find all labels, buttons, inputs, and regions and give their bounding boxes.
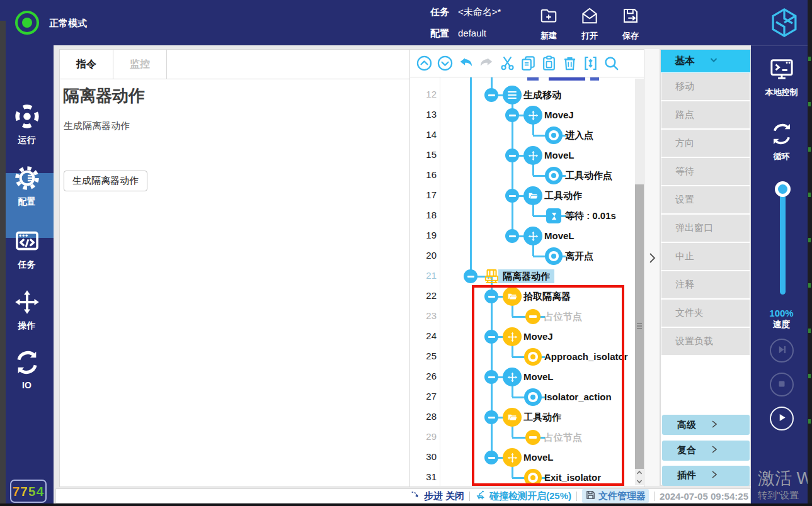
tree-node-label[interactable]: 离开点	[565, 249, 593, 263]
palette-group-3[interactable]: 插件	[662, 466, 750, 486]
palette-item-6[interactable]: 弹出窗口	[661, 215, 750, 242]
sidebar-item-task[interactable]: 任务	[0, 227, 54, 271]
screen-edge-right	[808, 0, 812, 506]
new-task-label: 新建	[529, 30, 569, 42]
tree-node-label[interactable]: 工具动作	[544, 189, 582, 203]
open-task-button[interactable]: 打开	[569, 6, 610, 42]
sidebar-item-label: 操作	[0, 320, 54, 332]
chevron-right-icon	[711, 444, 744, 456]
tab-instruction[interactable]: 指令	[60, 50, 113, 79]
copy-icon[interactable]	[520, 55, 537, 72]
code-window-icon	[13, 247, 42, 257]
clipped-row-fragment	[486, 77, 599, 81]
scrollbar-thumb[interactable]	[635, 184, 644, 469]
step-icon	[410, 490, 421, 503]
tree-row-13[interactable]: 13MoveJ	[410, 105, 634, 125]
tree-row-16[interactable]: 16工具动作点	[410, 166, 634, 186]
collapse-icon[interactable]	[582, 55, 599, 72]
system-timestamp: 2024-07-05 09:54:25	[660, 491, 748, 502]
tree-row-12[interactable]: 12生成移动	[410, 85, 634, 105]
search-icon[interactable]	[603, 55, 620, 72]
cut-icon[interactable]	[499, 55, 516, 72]
expand-panel-icon[interactable]	[648, 252, 656, 267]
palette-item-8[interactable]: 注释	[661, 271, 750, 298]
palette-header-basic[interactable]: 基本	[661, 50, 750, 72]
collapse-node-icon[interactable]	[505, 108, 519, 122]
sidebar-item-run[interactable]: 运行	[0, 102, 54, 146]
speed-value: 100%	[751, 308, 812, 318]
speed-label: 速度	[751, 319, 812, 330]
save-task-button[interactable]: 保存	[610, 6, 651, 42]
tree-node-label[interactable]: 隔离器动作	[498, 269, 554, 283]
palette-item-4[interactable]: 等待	[661, 158, 750, 185]
paste-icon[interactable]	[540, 55, 558, 72]
scroll-down-icon[interactable]	[636, 476, 643, 484]
new-task-button[interactable]: 新建	[529, 6, 569, 42]
mode-label: 正常模式	[49, 18, 87, 30]
palette-item-10[interactable]: 设置负载	[661, 328, 750, 355]
redo-icon[interactable]	[478, 55, 495, 72]
tree-scrollbar[interactable]	[635, 79, 644, 485]
local-control-button[interactable]: 本地控制	[751, 55, 812, 98]
loop-button[interactable]: 循环	[751, 121, 812, 162]
generate-isolator-action-button[interactable]: 生成隔离器动作	[64, 171, 147, 191]
line-number: 17	[410, 189, 437, 200]
collision-detection-status[interactable]: 碰撞检测开启(25%)	[475, 489, 571, 503]
line-number: 21	[410, 270, 437, 281]
run-icon	[13, 122, 42, 133]
palette-item-1[interactable]: 移动	[661, 73, 750, 100]
robot-status-icon	[15, 11, 39, 35]
tree-node-label[interactable]: MoveJ	[544, 108, 574, 122]
collapse-node-icon[interactable]	[484, 88, 498, 102]
collapse-node-icon[interactable]	[464, 269, 477, 283]
tree-row-21[interactable]: 21隔离器动作	[410, 266, 634, 286]
play-button[interactable]	[770, 407, 794, 430]
tree-row-19[interactable]: 19MoveL	[410, 226, 634, 246]
line-number: 30	[410, 451, 437, 462]
stop-button[interactable]	[770, 373, 794, 396]
palette-group-1[interactable]: 高级	[662, 415, 750, 435]
file-manager-button[interactable]: 文件管理器	[582, 489, 649, 503]
speed-slider[interactable]	[780, 189, 786, 295]
delete-icon[interactable]	[561, 55, 578, 72]
tree-node-label[interactable]: 生成移动	[523, 88, 561, 102]
line-number: 27	[410, 391, 437, 402]
tree-row-15[interactable]: 15MoveL	[410, 145, 634, 166]
status-code-badge[interactable]: 7754	[10, 480, 47, 503]
undo-icon[interactable]	[457, 55, 474, 72]
tree-node-label[interactable]: 工具动作点	[565, 169, 612, 183]
config-value: default	[458, 28, 486, 38]
tree-node-label[interactable]: MoveL	[544, 229, 575, 243]
program-tree-panel: 12生成移动13MoveJ14进入点15MoveL16工具动作点17工具动作18…	[409, 49, 645, 487]
tree-row-17[interactable]: 17工具动作	[410, 186, 634, 206]
sidebar-item-config[interactable]: 配置	[0, 164, 54, 208]
sidebar-item-io[interactable]: IO	[0, 349, 54, 390]
line-number: 15	[410, 149, 437, 160]
screen-edge-left	[0, 21, 6, 506]
scroll-up-icon[interactable]	[636, 468, 643, 475]
palette-group-2[interactable]: 复合	[662, 441, 750, 461]
palette-item-5[interactable]: 设置	[661, 186, 750, 213]
status-divider	[469, 492, 470, 501]
tree-row-20[interactable]: 20离开点	[410, 246, 634, 266]
step-mode-status[interactable]: 步进 关闭	[410, 490, 464, 503]
tree-node-label[interactable]: 进入点	[565, 128, 593, 142]
scroll-to-top-icon[interactable]	[416, 55, 433, 72]
collapse-node-icon[interactable]	[505, 229, 519, 243]
collapse-node-icon[interactable]	[505, 149, 519, 162]
collapse-node-icon[interactable]	[505, 189, 519, 203]
step-forward-button[interactable]	[770, 339, 794, 363]
sidebar-item-operate[interactable]: 操作	[0, 288, 54, 332]
tree-row-14[interactable]: 14进入点	[410, 125, 634, 145]
palette-item-2[interactable]: 路点	[661, 101, 750, 128]
scroll-to-bottom-icon[interactable]	[437, 55, 454, 72]
tree-row-18[interactable]: 18等待 : 0.01s	[410, 206, 634, 226]
palette-item-7[interactable]: 中止	[661, 243, 750, 270]
palette-item-9[interactable]: 文件夹	[661, 300, 750, 327]
tree-node-label[interactable]: 等待 : 0.01s	[565, 209, 616, 223]
tree-node-label[interactable]: MoveL	[544, 149, 575, 162]
collision-icon	[475, 489, 487, 503]
tab-monitor[interactable]: 监控	[113, 50, 167, 79]
palette-item-3[interactable]: 方向	[661, 130, 750, 157]
speed-slider-knob[interactable]	[775, 181, 791, 197]
